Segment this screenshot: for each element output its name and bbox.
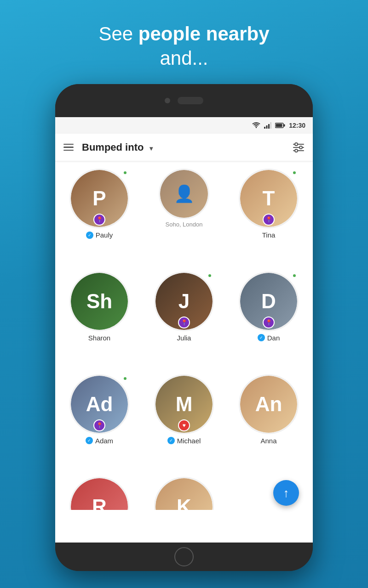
signal-icon xyxy=(264,122,271,129)
avatar-wrap-bottom2: K xyxy=(154,477,214,510)
menu-line-3 xyxy=(63,150,74,151)
verified-icon-michael: ✓ xyxy=(167,437,175,444)
avatar-placeholder-sharon: Sh xyxy=(71,273,128,330)
battery-icon xyxy=(275,123,285,128)
avatar-placeholder-soho: 👤 xyxy=(160,170,208,218)
name-text-julia: Julia xyxy=(177,334,191,342)
avatar-wrap-tina: T 📍 xyxy=(239,169,299,228)
avatar-wrap-bottom1: R xyxy=(69,477,129,510)
person-card-bottom2[interactable]: K xyxy=(144,475,224,512)
filter-icon[interactable] xyxy=(293,142,305,153)
name-text-adam: Adam xyxy=(95,437,113,445)
verified-icon-pauly: ✓ xyxy=(86,232,93,239)
person-card-sharon[interactable]: Sh Sharon xyxy=(59,270,140,344)
avatar-soho: 👤 xyxy=(159,169,209,219)
soho-location: Soho, London xyxy=(166,221,203,228)
location-badge-adam: 📍 xyxy=(93,419,105,431)
svg-rect-3 xyxy=(268,124,270,129)
person-card-pauly[interactable]: P 📍 ✓ Pauly xyxy=(59,167,140,241)
person-card-tina[interactable]: T 📍 Tina xyxy=(228,167,309,241)
person-name-anna: Anna xyxy=(260,437,276,445)
avatar-bottom2: K xyxy=(154,477,214,510)
status-time: 12:30 xyxy=(289,122,305,129)
fab-scroll-up[interactable]: ↑ xyxy=(273,480,299,506)
svg-point-11 xyxy=(295,143,298,146)
svg-rect-4 xyxy=(270,122,272,129)
person-name-pauly: ✓ Pauly xyxy=(86,231,113,239)
online-dot-pauly xyxy=(123,170,127,175)
heart-badge-michael: ♥ xyxy=(178,419,190,431)
menu-line-2 xyxy=(63,147,74,148)
online-dot-adam xyxy=(123,376,127,381)
phone-screen: 12:30 Bumped into ▾ xyxy=(55,117,313,543)
fab-icon: ↑ xyxy=(283,486,289,500)
app-bar-title[interactable]: Bumped into ▾ xyxy=(82,141,293,153)
person-name-sharon: Sharon xyxy=(88,334,110,342)
person-card-soho[interactable]: 👤 Soho, London xyxy=(144,167,224,230)
person-card-michael[interactable]: M ♥ ✓ Michael xyxy=(144,373,224,447)
person-card-anna[interactable]: An Anna xyxy=(228,373,309,447)
avatar-sharon: Sh xyxy=(69,271,129,331)
phone-bottom-bar xyxy=(55,543,313,571)
avatar-wrap-adam: Ad 📍 xyxy=(69,374,129,434)
name-text-michael: Michael xyxy=(177,437,201,445)
phone-top-bar xyxy=(55,84,313,117)
person-card-julia[interactable]: J 📍 Julia xyxy=(144,270,224,344)
dropdown-arrow-icon: ▾ xyxy=(150,145,153,152)
person-name-tina: Tina xyxy=(262,231,276,239)
name-text-anna: Anna xyxy=(260,437,276,445)
svg-point-13 xyxy=(295,149,298,152)
online-dot-dan xyxy=(292,273,297,278)
name-text-tina: Tina xyxy=(262,231,276,239)
online-dot-julia xyxy=(207,273,212,278)
person-name-adam: ✓ Adam xyxy=(86,437,113,445)
person-name-dan: ✓ Dan xyxy=(258,334,280,342)
svg-point-12 xyxy=(299,146,302,149)
online-dot-tina xyxy=(292,170,297,175)
avatar-wrap-sharon: Sh xyxy=(69,271,129,331)
hero-line1: See people nearby xyxy=(98,22,269,46)
avatar-wrap-anna: An xyxy=(239,374,299,434)
avatar-placeholder-bottom1: R xyxy=(71,478,128,510)
location-badge-julia: 📍 xyxy=(178,317,190,328)
svg-point-0 xyxy=(256,127,257,128)
phone-device: 12:30 Bumped into ▾ xyxy=(55,84,313,571)
svg-rect-1 xyxy=(264,127,265,129)
person-card-bottom1[interactable]: R xyxy=(59,475,140,512)
wifi-icon xyxy=(252,122,260,129)
avatar-placeholder-anna: An xyxy=(240,376,297,433)
person-card-dan[interactable]: D 📍 ✓ Dan xyxy=(228,270,309,344)
hero-line2: and... xyxy=(98,46,269,71)
front-camera xyxy=(165,98,170,103)
home-button[interactable] xyxy=(174,547,194,566)
app-bar: Bumped into ▾ xyxy=(55,134,313,161)
person-name-julia: Julia xyxy=(177,334,191,342)
svg-rect-6 xyxy=(276,124,282,127)
verified-icon-adam: ✓ xyxy=(86,437,93,444)
name-text-sharon: Sharon xyxy=(88,334,110,342)
status-bar: 12:30 xyxy=(55,117,313,134)
speaker-grill xyxy=(178,97,203,104)
avatar-wrap-michael: M ♥ xyxy=(154,374,214,434)
name-text-pauly: Pauly xyxy=(96,231,113,239)
people-grid: P 📍 ✓ Pauly 👤 Soho, London xyxy=(55,161,313,543)
avatar-placeholder-bottom2: K xyxy=(155,478,213,510)
avatar-wrap-soho: 👤 xyxy=(159,169,209,219)
svg-rect-2 xyxy=(266,125,268,129)
menu-line-1 xyxy=(63,144,74,145)
name-text-dan: Dan xyxy=(267,334,280,342)
verified-icon-dan: ✓ xyxy=(258,334,265,341)
location-badge-dan: 📍 xyxy=(263,317,275,328)
location-badge-tina: 📍 xyxy=(263,214,275,226)
hamburger-menu-button[interactable] xyxy=(63,144,74,151)
avatar-wrap-pauly: P 📍 xyxy=(69,169,129,228)
hero-section: See people nearby and... xyxy=(98,22,269,70)
person-card-adam[interactable]: Ad 📍 ✓ Adam xyxy=(59,373,140,447)
avatar-wrap-dan: D 📍 xyxy=(239,271,299,331)
person-name-michael: ✓ Michael xyxy=(167,437,201,445)
avatar-anna: An xyxy=(239,374,299,434)
svg-rect-7 xyxy=(284,124,285,127)
avatar-bottom1: R xyxy=(69,477,129,510)
avatar-wrap-julia: J 📍 xyxy=(154,271,214,331)
location-badge-pauly: 📍 xyxy=(93,214,105,226)
